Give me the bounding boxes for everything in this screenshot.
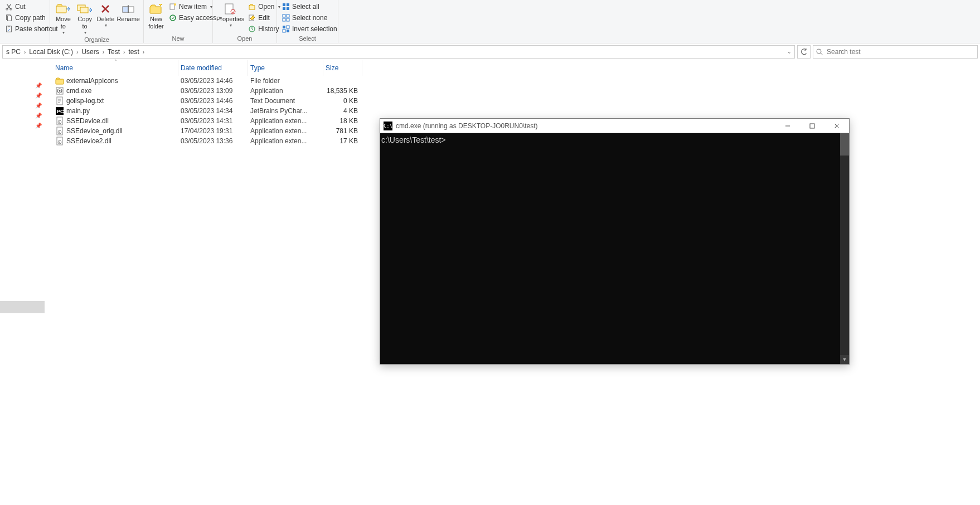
properties-button[interactable]: Properties▾: [216, 1, 244, 28]
column-size-label: Size: [326, 64, 338, 72]
file-date-cell: 03/05/2023 14:34: [178, 107, 248, 115]
move-to-button[interactable]: Move to▾: [54, 1, 73, 36]
svg-point-53: [59, 142, 60, 143]
history-icon: [248, 25, 256, 33]
svg-rect-3: [7, 16, 11, 21]
file-name-text: main.py: [66, 107, 90, 115]
file-name-cell: golisp-log.txt: [53, 96, 178, 105]
select-all-icon: [282, 3, 290, 11]
file-type-cell: Application exten...: [248, 127, 323, 135]
file-date-cell: 03/05/2023 13:09: [178, 87, 248, 95]
breadcrumb[interactable]: s PC› Local Disk (C:)› Users› Test› test…: [2, 45, 795, 59]
file-name-text: golisp-log.txt: [66, 97, 104, 105]
history-label: History: [258, 25, 279, 33]
file-name-cell: PCmain.py: [53, 106, 178, 115]
invert-selection-icon: [282, 25, 290, 33]
scissors-icon: [5, 3, 13, 11]
pin-icon: 📌: [0, 100, 47, 110]
file-name-cell: cmd.exe: [53, 86, 178, 95]
svg-rect-31: [283, 30, 285, 32]
file-name-text: SSEdevice2.dll: [66, 137, 111, 145]
properties-label: Properties: [216, 16, 244, 23]
svg-text:PC: PC: [57, 109, 64, 114]
select-group-caption: Select: [280, 35, 334, 42]
svg-rect-28: [287, 18, 289, 21]
column-name-label: Name: [55, 64, 73, 72]
breadcrumb-item[interactable]: s PC: [5, 48, 22, 56]
organize-group-caption: Organize: [54, 36, 140, 43]
svg-rect-25: [283, 14, 285, 17]
new-item-icon: [169, 3, 177, 11]
cmd-window[interactable]: C:\ cmd.exe (running as DESKTOP-JO0RUN0\…: [380, 118, 850, 365]
file-size-cell: 18,535 KB: [323, 87, 362, 95]
file-size-cell: 4 KB: [323, 107, 362, 115]
svg-point-17: [231, 9, 235, 14]
column-size[interactable]: Size: [323, 60, 362, 76]
search-input[interactable]: [827, 48, 975, 56]
cut-label: Cut: [15, 3, 26, 11]
sort-ascending-icon: ˄: [114, 59, 117, 65]
scroll-thumb[interactable]: [840, 133, 849, 156]
delete-button[interactable]: Delete▾: [96, 1, 114, 28]
edit-button[interactable]: Edit: [246, 12, 282, 23]
file-size-cell: 0 KB: [323, 97, 362, 105]
select-none-button[interactable]: Select none: [280, 12, 339, 23]
cmd-terminal[interactable]: c:\Users\Test\test> ▲ ▼: [380, 133, 849, 364]
open-button[interactable]: Open▾: [246, 1, 282, 12]
refresh-icon: [800, 48, 808, 56]
ribbon-group-open: Properties▾ Open▾ Edit: [213, 0, 277, 43]
pin-icon: 📌: [0, 110, 47, 120]
file-name-text: cmd.exe: [66, 87, 91, 95]
search-box[interactable]: [813, 45, 978, 59]
chevron-right-icon: ›: [100, 49, 106, 55]
open-group-caption: Open: [216, 35, 273, 42]
scroll-down-icon[interactable]: ▼: [840, 355, 849, 364]
txt-icon: [55, 96, 64, 105]
history-button[interactable]: History: [246, 23, 282, 35]
column-type[interactable]: Type: [248, 60, 323, 76]
edit-icon: [248, 14, 256, 22]
delete-label: Delete: [97, 16, 115, 23]
file-type-cell: File folder: [248, 77, 323, 85]
select-none-label: Select none: [292, 14, 327, 22]
file-row[interactable]: externalAppIcons03/05/2023 14:46File fol…: [53, 76, 980, 86]
column-date[interactable]: Date modified: [178, 60, 248, 76]
file-row[interactable]: PCmain.py03/05/2023 14:34JetBrains PyCha…: [53, 106, 980, 116]
address-history-dropdown[interactable]: ⌄: [784, 46, 794, 58]
invert-selection-button[interactable]: Invert selection: [280, 23, 339, 35]
copy-to-button[interactable]: Copy to▾: [75, 1, 95, 36]
chevron-right-icon: ›: [140, 49, 147, 55]
ribbon-group-clipboard: Cut Copy path Paste shortcut: [0, 0, 50, 43]
breadcrumb-item[interactable]: Test: [106, 48, 121, 56]
new-item-label: New item: [179, 3, 207, 11]
file-name-text: SSEDevice.dll: [66, 117, 109, 125]
svg-point-38: [59, 90, 61, 92]
rename-button[interactable]: Rename: [117, 1, 140, 23]
column-headers: ˄ Name Date modified Type Size: [53, 60, 980, 76]
invert-selection-label: Invert selection: [292, 25, 337, 33]
cmd-titlebar[interactable]: C:\ cmd.exe (running as DESKTOP-JO0RUN0\…: [380, 119, 849, 133]
breadcrumb-item[interactable]: Local Disk (C:): [28, 48, 74, 56]
maximize-button[interactable]: [800, 119, 824, 133]
refresh-button[interactable]: [797, 45, 811, 59]
svg-rect-8: [80, 7, 88, 13]
cmd-scrollbar[interactable]: ▲ ▼: [840, 133, 849, 364]
minimize-button[interactable]: [775, 119, 800, 133]
new-folder-button[interactable]: New folder: [147, 1, 165, 30]
copy-path-label: Copy path: [15, 14, 46, 22]
file-row[interactable]: cmd.exe03/05/2023 13:09Application18,535…: [53, 86, 980, 96]
properties-icon: [221, 2, 239, 16]
copy-to-icon: [76, 2, 94, 16]
file-row[interactable]: golisp-log.txt03/05/2023 14:46Text Docum…: [53, 96, 980, 106]
edit-label: Edit: [258, 14, 270, 22]
dll-icon: [55, 137, 64, 145]
select-all-label: Select all: [292, 3, 319, 11]
select-all-button[interactable]: Select all: [280, 1, 339, 12]
column-name[interactable]: ˄ Name: [53, 60, 178, 76]
close-button[interactable]: [824, 119, 849, 133]
move-to-icon: [54, 2, 72, 16]
folder-icon: [55, 76, 64, 85]
breadcrumb-item[interactable]: Users: [80, 48, 100, 56]
pin-icon: 📌: [0, 80, 47, 90]
breadcrumb-item[interactable]: test: [127, 48, 140, 56]
